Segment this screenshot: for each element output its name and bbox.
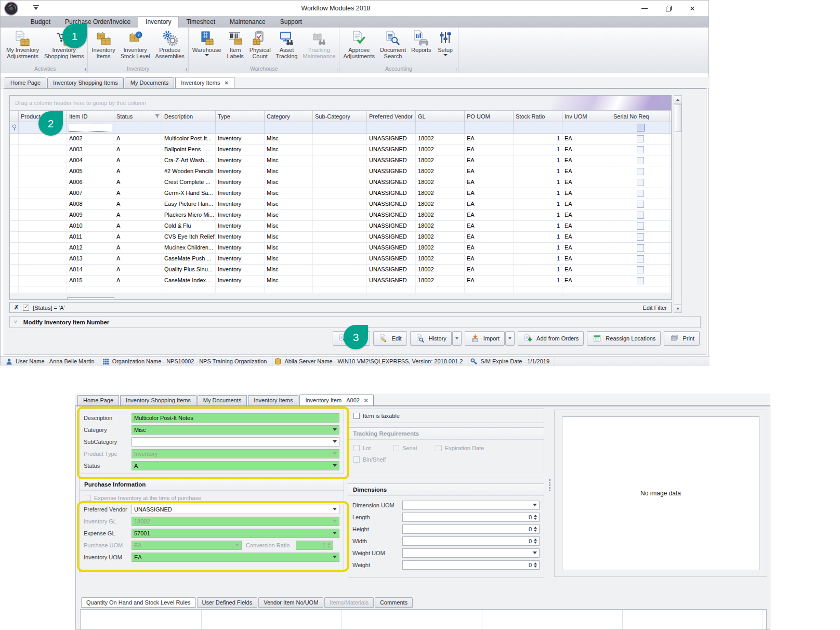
clear-filter-icon[interactable]: ✗ [14, 304, 19, 311]
column-header-stock-ratio[interactable]: Stock Ratio [514, 111, 562, 122]
history-dropdown-button[interactable] [452, 331, 462, 346]
ribbon-tab-budget[interactable]: Budget [23, 17, 58, 28]
group-dialog-launcher-icon[interactable] [83, 68, 86, 71]
column-filter-icon[interactable] [155, 113, 160, 120]
table-row-a007[interactable]: A007AGerm-X Hand Sa...InventoryMiscUNASS… [10, 188, 671, 199]
column-header-type[interactable]: Type [216, 111, 265, 122]
column-header-description[interactable]: Description [162, 111, 216, 122]
filter-cell-item-id[interactable] [67, 122, 114, 133]
print-button[interactable]: Print [664, 331, 700, 346]
table-row-a002[interactable]: A002AMulticolor Post-It...InventoryMiscU… [10, 134, 671, 145]
edit-filter-link[interactable]: Edit Filter [643, 305, 667, 311]
bottom-tab-comments[interactable]: Comments [375, 597, 413, 608]
ribbon-tab-support[interactable]: Support [273, 17, 309, 28]
restore-button[interactable] [657, 1, 680, 16]
table-row-a015[interactable]: A015ACaseMate Index...InventoryMiscUNASS… [10, 275, 671, 286]
group-dialog-launcher-icon[interactable] [183, 68, 187, 71]
close-button[interactable]: ✕ [680, 1, 704, 16]
ribbon-tab-timesheet[interactable]: Timesheet [179, 17, 222, 28]
width-field[interactable]: 0 [402, 536, 540, 546]
minimize-button[interactable] [633, 1, 657, 16]
detail-tab-inventory-items[interactable]: Inventory Items [248, 395, 298, 405]
length-field[interactable]: 0 [402, 513, 540, 522]
description-field[interactable]: Multicolor Post-It Notes [132, 413, 339, 423]
spinner-buttons[interactable] [534, 539, 537, 544]
item-taxable-checkbox[interactable] [353, 413, 360, 419]
ribbon-button-inventory-stock-level[interactable]: iInventory Stock Level [118, 29, 153, 60]
grid-vertical-scrollbar[interactable] [674, 95, 682, 313]
column-header-serial-no-req[interactable]: Serial No Req [611, 111, 670, 122]
tab-home-page[interactable]: Home Page [5, 77, 46, 88]
filter-enabled-checkbox[interactable] [23, 305, 29, 311]
table-row-a004[interactable]: A004ACra-Z-Art Wash...InventoryMiscUNASS… [10, 155, 671, 166]
tab-close-icon[interactable]: ✕ [364, 398, 368, 403]
weight-field[interactable]: 0 [402, 560, 540, 570]
ribbon-button-document-search[interactable]: Document Search [377, 29, 409, 60]
import-button[interactable]: Import [465, 331, 505, 346]
add-from-orders-button[interactable]: Add from Orders [518, 331, 584, 346]
table-row-a009[interactable]: A009APlackers Micro Mi...InventoryMiscUN… [10, 210, 671, 221]
table-row-a005[interactable]: A005A#2 Wooden PencilsInventoryMiscUNASS… [10, 166, 671, 177]
ribbon-button-approve-adjustments[interactable]: Approve Adjustments [340, 29, 377, 60]
edit-button[interactable]: Edit [373, 331, 407, 346]
column-header-item-id[interactable]: Item ID [67, 111, 114, 122]
preferred-vendor-field[interactable]: UNASSIGNED [132, 505, 339, 514]
ribbon-button-reports[interactable]: Reports [409, 29, 434, 54]
spinner-buttons[interactable] [534, 562, 537, 568]
ribbon-tab-maintenance[interactable]: Maintenance [222, 17, 273, 28]
group-dialog-launcher-icon[interactable] [453, 68, 456, 71]
tab-my-documents[interactable]: My Documents [125, 77, 174, 88]
ribbon-button-setup[interactable]: Setup [434, 29, 457, 57]
expense-gl-field[interactable]: 57001 [132, 529, 339, 538]
panel-splitter[interactable] [548, 473, 552, 497]
column-header-inv-uom[interactable]: Inv UOM [562, 111, 611, 122]
filter-cell-serial-no-req[interactable] [611, 122, 670, 133]
ribbon-tab-inventory[interactable]: Inventory [138, 16, 179, 28]
tab-inventory-shopping-items[interactable]: Inventory Shopping Items [47, 77, 124, 88]
tab-inventory-items[interactable]: Inventory Items✕ [175, 77, 234, 88]
table-row-a006[interactable]: A006ACrest Complete ...InventoryMiscUNAS… [10, 177, 671, 188]
column-header-status[interactable]: Status [114, 111, 162, 122]
ribbon-button-physical-count[interactable]: Physical Count [247, 29, 273, 60]
ribbon-button-produce-assemblies[interactable]: Produce Assemblies [153, 29, 187, 60]
category-field[interactable]: Misc [132, 425, 339, 435]
detail-tab-inventory-item-a002[interactable]: Inventory Item - A002✕ [299, 395, 374, 405]
history-button[interactable]: History [410, 331, 452, 346]
table-row-a013[interactable]: A013ACaseMate Push ...InventoryMiscUNASS… [10, 254, 671, 265]
spinner-buttons[interactable] [534, 515, 537, 520]
table-row-a003[interactable]: A003ABallpoint Pens - ...InventoryMiscUN… [10, 145, 671, 155]
item-id-filter-input[interactable] [69, 124, 112, 132]
subcategory-field[interactable] [132, 437, 339, 447]
ribbon-button-asset-tracking[interactable]: Asset Tracking [273, 29, 300, 60]
scroll-down-icon[interactable] [674, 304, 681, 312]
ribbon-button-warehouse[interactable]: Warehouse [190, 29, 224, 57]
ribbon-button-inventory-items[interactable]: Inventory Items [89, 29, 117, 60]
column-header-po-uom[interactable]: PO UOM [465, 111, 514, 122]
weight-uom-field[interactable] [402, 548, 540, 558]
detail-tab-home-page[interactable]: Home Page [77, 395, 119, 405]
collapse-chevron-icon[interactable]: ˅ [14, 319, 17, 325]
scroll-thumb[interactable] [675, 104, 682, 132]
reassign-locations-button[interactable]: Reassign Locations [587, 331, 661, 346]
group-dialog-launcher-icon[interactable] [334, 68, 337, 71]
height-field[interactable]: 0 [402, 524, 540, 534]
table-row-a012[interactable]: A012AMucinex Children...InventoryMiscUNA… [10, 243, 671, 254]
import-dropdown-button[interactable] [505, 331, 515, 346]
column-header-gl[interactable]: GL [416, 111, 465, 122]
tab-close-icon[interactable]: ✕ [224, 80, 228, 86]
inventory-uom-field[interactable]: EA [132, 553, 339, 562]
scroll-up-icon[interactable] [674, 96, 681, 104]
bottom-tab-vendor-item-no-uom[interactable]: Vendor Item No/UOM [258, 597, 323, 608]
spinner-buttons[interactable] [534, 527, 537, 532]
ribbon-button-my-inventory-adjustments[interactable]: My Inventory Adjustments [4, 29, 42, 60]
serial-filter-checkbox[interactable] [637, 124, 645, 132]
bottom-tab-user-defined-fields[interactable]: User Defined Fields [197, 597, 258, 608]
table-row-a011[interactable]: A011ACVS Eye Itch ReliefInventoryMiscUNA… [10, 232, 671, 243]
status-field[interactable]: A [132, 461, 339, 470]
table-row-a008[interactable]: A008AEasy Picture Han...InventoryMiscUNA… [10, 199, 671, 210]
detail-tab-inventory-shopping-items[interactable]: Inventory Shopping Items [120, 395, 196, 405]
table-row-a010[interactable]: A010ACold & FluInventoryMiscUNASSIGNED18… [10, 221, 671, 232]
bottom-tab-quantity-on-hand-and-stock-level-rules[interactable]: Quantity On Hand and Stock Level Rules [81, 597, 196, 608]
column-header-sub-category[interactable]: Sub-Category [313, 111, 367, 122]
ribbon-button-item-labels[interactable]: Item Labels [224, 29, 247, 60]
